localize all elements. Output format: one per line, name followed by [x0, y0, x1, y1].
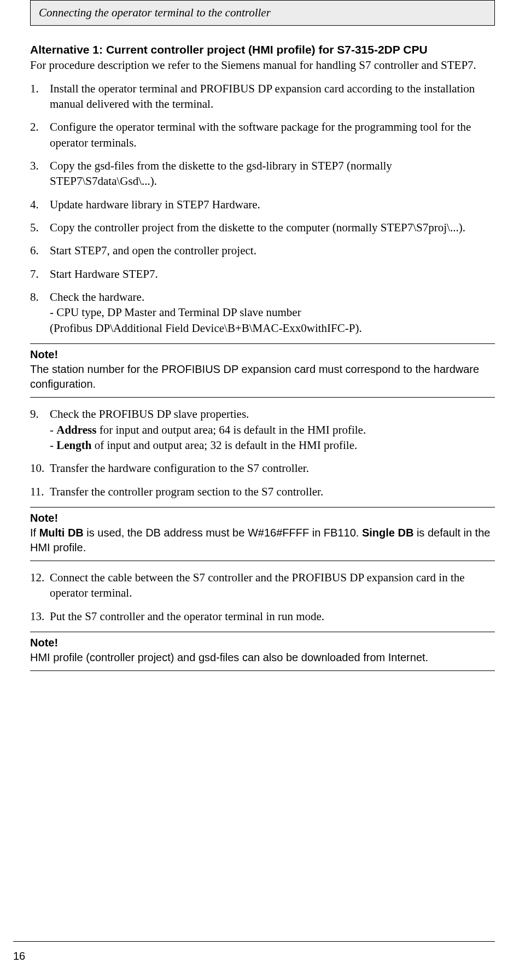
page: Connecting the operator terminal to the …	[0, 0, 525, 980]
step-number: 1.	[30, 81, 39, 96]
note-block: Note! HMI profile (controller project) a…	[30, 635, 495, 665]
list-item: 3.Copy the gsd-files from the diskette t…	[30, 158, 495, 189]
step-number: 2.	[30, 119, 39, 135]
list-item: 9. Check the PROFIBUS DP slave propertie…	[30, 406, 495, 453]
step-text: - Address for input and output area; 64 …	[50, 422, 495, 438]
step-number: 10.	[30, 460, 44, 476]
list-item: 11.Transfer the controller program secti…	[30, 484, 495, 499]
list-item: 12.Connect the cable between the S7 cont…	[30, 570, 495, 601]
step-text: - Length of input and output area; 32 is…	[50, 438, 495, 453]
note-text: The station number for the PROFIBIUS DP …	[30, 363, 479, 390]
step-text: Start Hardware STEP7.	[50, 267, 158, 281]
steps-list-c: 12.Connect the cable between the S7 cont…	[30, 570, 495, 624]
divider	[30, 632, 495, 632]
step-number: 11.	[30, 484, 44, 499]
list-item: 8. Check the hardware. - CPU type, DP Ma…	[30, 289, 495, 336]
step-number: 13.	[30, 609, 44, 624]
bold-text: Length	[56, 439, 91, 452]
bold-text: Single DB	[362, 527, 413, 539]
list-item: 5.Copy the controller project from the d…	[30, 220, 495, 235]
note-block: Note! The station number for the PROFIBI…	[30, 347, 495, 392]
step-number: 4.	[30, 197, 39, 212]
step-text: Put the S7 controller and the operator t…	[50, 610, 324, 623]
step-text: Install the operator terminal and PROFIB…	[50, 82, 475, 110]
step-text: Transfer the controller program section …	[50, 485, 323, 498]
text: If	[30, 527, 39, 539]
divider	[30, 561, 495, 561]
list-item: 4.Update hardware library in STEP7 Hardw…	[30, 197, 495, 212]
note-text: HMI profile (controller project) and gsd…	[30, 651, 428, 663]
text: for input and output area; 64 is default…	[96, 423, 366, 436]
list-item: 13.Put the S7 controller and the operato…	[30, 609, 495, 624]
divider	[30, 343, 495, 344]
step-text: Transfer the hardware configuration to t…	[50, 462, 309, 475]
step-text: (Profibus DP\Additional Field Device\B+B…	[50, 320, 495, 336]
note-label: Note!	[30, 637, 58, 649]
bold-text: Address	[56, 423, 96, 436]
divider	[30, 670, 495, 671]
text: -	[50, 423, 56, 436]
intro-paragraph: For procedure description we refer to th…	[30, 57, 495, 73]
section-title: Alternative 1: Current controller projec…	[30, 42, 495, 57]
note-text: If Multi DB is used, the DB address must…	[30, 527, 490, 553]
footer-divider	[13, 941, 495, 942]
note-label: Note!	[30, 512, 58, 524]
step-number: 9.	[30, 406, 39, 422]
step-text: Start STEP7, and open the controller pro…	[50, 244, 256, 257]
step-number: 7.	[30, 266, 39, 282]
list-item: 7.Start Hardware STEP7.	[30, 266, 495, 282]
bold-text: Multi DB	[39, 527, 84, 539]
list-item: 10.Transfer the hardware configuration t…	[30, 460, 495, 476]
step-number: 6.	[30, 243, 39, 258]
list-item: 2.Configure the operator terminal with t…	[30, 119, 495, 150]
step-number: 12.	[30, 570, 44, 585]
note-block: Note! If Multi DB is used, the DB addres…	[30, 511, 495, 555]
page-number: 16	[13, 950, 25, 962]
note-label: Note!	[30, 348, 58, 360]
step-text: - CPU type, DP Master and Terminal DP sl…	[50, 305, 495, 320]
step-text: Configure the operator terminal with the…	[50, 120, 471, 149]
list-item: 6.Start STEP7, and open the controller p…	[30, 243, 495, 258]
text: is used, the DB address must be W#16#FFF…	[84, 527, 362, 539]
steps-list-a2: 9. Check the PROFIBUS DP slave propertie…	[30, 406, 495, 499]
divider	[30, 397, 495, 398]
text: of input and output area; 32 is default …	[91, 439, 357, 452]
step-text: Connect the cable between the S7 control…	[50, 571, 465, 599]
divider	[30, 507, 495, 508]
step-number: 3.	[30, 158, 39, 173]
step-text: Copy the gsd-files from the diskette to …	[50, 159, 392, 188]
list-item: 1.Install the operator terminal and PROF…	[30, 81, 495, 112]
step-number: 8.	[30, 289, 39, 305]
step-text: Check the hardware.	[50, 289, 495, 305]
step-text: Check the PROFIBUS DP slave properties.	[50, 406, 495, 422]
step-text: Copy the controller project from the dis…	[50, 221, 465, 234]
text: -	[50, 439, 56, 452]
steps-list-a: 1.Install the operator terminal and PROF…	[30, 81, 495, 336]
page-header: Connecting the operator terminal to the …	[30, 0, 495, 26]
step-number: 5.	[30, 220, 39, 235]
step-text: Update hardware library in STEP7 Hardwar…	[50, 198, 260, 211]
